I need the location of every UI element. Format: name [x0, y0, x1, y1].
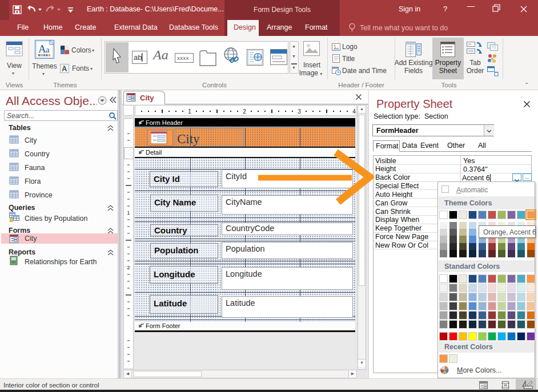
- svg-text:ab: ab: [134, 53, 142, 62]
- svg-text:xxxx: xxxx: [177, 55, 189, 61]
- svg-text:2: 2: [127, 264, 130, 270]
- svg-text:1: 1: [188, 108, 191, 115]
- svg-text:A: A: [38, 43, 46, 55]
- svg-text:3: 3: [298, 108, 301, 115]
- svg-text:4: 4: [352, 108, 356, 115]
- svg-text:a: a: [46, 45, 50, 54]
- svg-text:2: 2: [243, 108, 246, 115]
- svg-text:1: 1: [127, 209, 130, 216]
